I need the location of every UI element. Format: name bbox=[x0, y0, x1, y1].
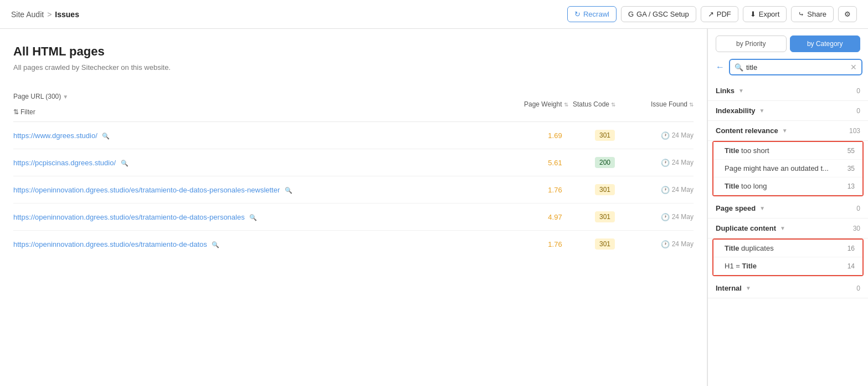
filter-section-count: 103 bbox=[849, 127, 860, 135]
filter-item-count: 35 bbox=[848, 165, 855, 172]
chevron-down-icon: ▼ bbox=[782, 128, 788, 134]
page-title: All HTML pages bbox=[13, 44, 694, 59]
breadcrumb: Site Audit > Issues bbox=[11, 10, 79, 19]
url-cell: https://openinnovation.dgrees.studio/es/… bbox=[13, 213, 533, 221]
toggle-priority-button[interactable]: by Priority bbox=[716, 35, 787, 52]
filter-list: Links ▼ 0 Indexability ▼ 0 Content relev… bbox=[708, 81, 868, 386]
back-button[interactable]: ← bbox=[713, 60, 727, 74]
url-cell: https://openinnovation.dgrees.studio/es/… bbox=[13, 240, 533, 248]
filter-section-title: Links ▼ bbox=[716, 87, 744, 95]
url-sort-label[interactable]: Page URL (300) ▼ bbox=[13, 93, 520, 100]
filter-item[interactable]: H1 = Title 14 bbox=[713, 257, 862, 275]
weight-sort-label[interactable]: Page Weight ⇅ bbox=[524, 100, 568, 108]
highlighted-section-duplicate-content: Title duplicates 16 H1 = Title 14 bbox=[712, 238, 864, 276]
filter-item[interactable]: Title too long 13 bbox=[713, 177, 862, 195]
status-badge: 301 bbox=[595, 238, 615, 250]
main-layout: All HTML pages All pages crawled by Site… bbox=[0, 29, 868, 386]
filter-item-label: H1 = Title bbox=[725, 262, 757, 270]
filter-item-label: Title too long bbox=[725, 182, 767, 190]
export-button[interactable]: ⬇ Export bbox=[743, 6, 787, 22]
table-row: https://www.dgrees.studio/ 🔍 1.69 301 🕐 … bbox=[13, 122, 694, 149]
search-inline-icon[interactable]: 🔍 bbox=[249, 214, 257, 221]
issue-date: 🕐 24 May bbox=[633, 131, 694, 140]
url-cell: https://pcpiscinas.dgrees.studio/ 🔍 bbox=[13, 159, 533, 167]
filter-item-count: 16 bbox=[848, 245, 855, 252]
url-cell: https://www.dgrees.studio/ 🔍 bbox=[13, 131, 533, 140]
filter-section-count: 30 bbox=[853, 225, 860, 232]
filter-section-title: Duplicate content ▼ bbox=[716, 224, 785, 232]
search-inline-icon[interactable]: 🔍 bbox=[121, 160, 129, 166]
search-inline-icon[interactable]: 🔍 bbox=[285, 187, 292, 194]
weight-value: 5.61 bbox=[548, 159, 562, 167]
table-row: https://openinnovation.dgrees.studio/es/… bbox=[13, 204, 694, 231]
weight-value: 4.97 bbox=[548, 213, 562, 221]
search-inline-icon[interactable]: 🔍 bbox=[212, 241, 219, 248]
filter-item-bold: Title bbox=[725, 182, 739, 190]
google-icon: G bbox=[628, 10, 634, 18]
filter-section-internal[interactable]: Internal ▼ 0 bbox=[708, 278, 868, 298]
search-icon: 🔍 bbox=[735, 63, 743, 72]
url-link[interactable]: https://openinnovation.dgrees.studio/es/… bbox=[13, 240, 207, 248]
clock-icon: 🕐 bbox=[661, 240, 670, 248]
filter-section-title: Page speed ▼ bbox=[716, 204, 765, 212]
url-sort-icon: ▼ bbox=[63, 94, 68, 100]
search-input[interactable] bbox=[746, 63, 848, 72]
weight-sort-icon: ⇅ bbox=[564, 101, 568, 108]
filter-section-title: Internal ▼ bbox=[716, 284, 751, 292]
issue-cell: 🕐 24 May bbox=[633, 159, 694, 167]
ga-gsc-button[interactable]: G GA / GSC Setup bbox=[621, 6, 696, 22]
status-cell: 301 bbox=[577, 184, 633, 195]
settings-button[interactable]: ⚙ bbox=[838, 6, 857, 22]
filter-item[interactable]: Page might have an outdated t... 35 bbox=[713, 160, 862, 177]
status-cell: 301 bbox=[577, 238, 633, 250]
url-link[interactable]: https://openinnovation.dgrees.studio/es/… bbox=[13, 186, 280, 194]
clock-icon: 🕐 bbox=[661, 131, 670, 140]
share-button[interactable]: ⤷ Share bbox=[791, 6, 834, 22]
weight-value: 1.69 bbox=[548, 131, 562, 140]
filter-item-count: 14 bbox=[848, 262, 855, 270]
issue-sort-label[interactable]: Issue Found ⇅ bbox=[633, 100, 694, 108]
filter-item-label: Page might have an outdated t... bbox=[725, 164, 829, 172]
status-sort-icon: ⇅ bbox=[611, 101, 615, 108]
chevron-down-icon: ▼ bbox=[738, 88, 744, 94]
search-inline-icon[interactable]: 🔍 bbox=[102, 133, 110, 139]
table-header: Page URL (300) ▼ ⇅ Filter Page Weight ⇅ … bbox=[13, 87, 694, 122]
recrawl-button[interactable]: ↻ Recrawl bbox=[567, 6, 617, 22]
toggle-category-button[interactable]: by Category bbox=[790, 35, 861, 52]
breadcrumb-separator: > bbox=[47, 10, 52, 19]
toggle-row: by Priority by Category bbox=[708, 29, 868, 57]
chevron-down-icon: ▼ bbox=[759, 205, 765, 211]
pdf-icon: ↗ bbox=[708, 10, 714, 18]
url-link[interactable]: https://pcpiscinas.dgrees.studio/ bbox=[13, 159, 116, 167]
url-link[interactable]: https://www.dgrees.studio/ bbox=[13, 131, 97, 140]
clear-search-button[interactable]: ✕ bbox=[850, 63, 857, 72]
issue-sort-icon: ⇅ bbox=[689, 101, 694, 108]
pdf-button[interactable]: ↗ PDF bbox=[701, 6, 738, 22]
filter-item[interactable]: Title too short 55 bbox=[713, 142, 862, 160]
filter-item[interactable]: Title duplicates 16 bbox=[713, 240, 862, 257]
weight-cell: 1.76 bbox=[533, 186, 577, 194]
chevron-down-icon: ▼ bbox=[780, 225, 785, 231]
url-link[interactable]: https://openinnovation.dgrees.studio/es/… bbox=[13, 213, 245, 221]
filter-section-duplicate-content[interactable]: Duplicate content ▼ 30 bbox=[708, 219, 868, 238]
filter-section-title: Indexability ▼ bbox=[716, 106, 764, 115]
filter-section-page-speed[interactable]: Page speed ▼ 0 bbox=[708, 199, 868, 219]
filter-label[interactable]: ⇅ Filter bbox=[13, 108, 520, 116]
filter-section-count: 0 bbox=[856, 87, 860, 95]
filter-section-count: 0 bbox=[856, 205, 860, 212]
left-panel: All HTML pages All pages crawled by Site… bbox=[0, 29, 707, 386]
status-sort-label[interactable]: Status Code ⇅ bbox=[573, 100, 628, 108]
chevron-down-icon: ▼ bbox=[759, 108, 765, 114]
export-icon: ⬇ bbox=[750, 10, 756, 18]
status-badge: 301 bbox=[595, 130, 615, 141]
clock-icon: 🕐 bbox=[661, 159, 670, 167]
filter-item-count: 55 bbox=[848, 147, 855, 155]
filter-section-links[interactable]: Links ▼ 0 bbox=[708, 81, 868, 101]
col-weight-header: Page Weight ⇅ bbox=[524, 100, 568, 108]
filter-section-indexability[interactable]: Indexability ▼ 0 bbox=[708, 101, 868, 121]
status-cell: 200 bbox=[577, 157, 633, 168]
status-cell: 301 bbox=[577, 211, 633, 222]
filter-item-bold: Title bbox=[725, 244, 739, 252]
filter-item-bold: Title bbox=[725, 146, 739, 155]
filter-section-content-relevance[interactable]: Content relevance ▼ 103 bbox=[708, 121, 868, 141]
